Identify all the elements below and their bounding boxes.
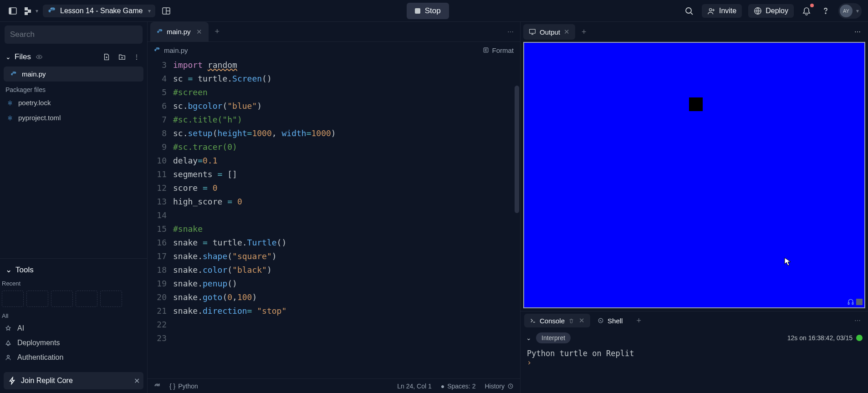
status-language[interactable]: { } Python <box>169 383 198 390</box>
tools-header[interactable]: ⌄ Tools <box>0 258 147 278</box>
add-tab-button[interactable]: + <box>630 316 648 326</box>
project-selector[interactable]: Lesson 14 - Snake Game ▾ <box>43 5 155 17</box>
interpret-chip[interactable]: Interpret <box>536 332 571 343</box>
svg-point-11 <box>709 8 711 10</box>
mouse-cursor <box>784 257 791 266</box>
files-header: ⌄ Files ⋮ <box>0 47 147 66</box>
chevron-down-icon[interactable]: ⌄ <box>526 334 531 342</box>
tab-main-py[interactable]: main.py ✕ <box>150 22 209 41</box>
chevron-down-icon[interactable]: ⌄ <box>5 53 11 61</box>
output-canvas[interactable] <box>523 42 865 308</box>
help-icon[interactable] <box>819 5 832 17</box>
replit-logo[interactable]: ▾ <box>24 6 38 15</box>
close-tab-icon[interactable]: ✕ <box>579 316 585 325</box>
close-icon[interactable]: ✕ <box>134 377 140 385</box>
monitor-icon <box>529 28 536 36</box>
snake-turtle <box>689 97 703 111</box>
chevron-down-icon: ⌄ <box>5 265 12 275</box>
code-editor[interactable]: 34567891011121314151617181920212223 impo… <box>148 58 520 378</box>
console-more-icon[interactable]: ⋯ <box>854 317 861 324</box>
breadcrumb-file[interactable]: main.py <box>164 46 188 54</box>
more-icon[interactable]: ⋮ <box>132 52 142 61</box>
add-tab-button[interactable]: + <box>209 27 226 36</box>
format-button[interactable]: Format <box>483 46 514 54</box>
refresh-icon[interactable] <box>154 383 160 389</box>
python-file-icon <box>157 29 163 35</box>
project-name: Lesson 14 - Snake Game <box>60 7 143 15</box>
svg-rect-1 <box>9 8 11 14</box>
lightning-icon <box>8 377 16 385</box>
svg-point-5 <box>51 8 51 9</box>
svg-line-10 <box>691 13 693 15</box>
right-pane: Output ✕ + ⋯ Console <box>520 22 868 393</box>
sidebar-toggle-icon[interactable] <box>6 5 19 17</box>
search-input[interactable]: Search <box>5 26 143 44</box>
clear-console-icon[interactable] <box>568 318 574 324</box>
python-file-icon <box>10 71 17 77</box>
svg-rect-32 <box>848 303 849 305</box>
tool-deployments[interactable]: Deployments <box>0 336 147 350</box>
status-bar: { } Python Ln 24, Col 1 ● Spaces: 2 Hist… <box>148 378 520 393</box>
invite-button[interactable]: Invite <box>702 4 742 18</box>
scrollbar[interactable] <box>515 86 519 213</box>
add-tab-button[interactable]: + <box>575 27 593 37</box>
recent-slot[interactable] <box>76 291 97 307</box>
svg-point-22 <box>9 117 11 118</box>
line-gutter: 34567891011121314151617181920212223 <box>148 58 173 378</box>
file-main-py[interactable]: main.py <box>4 66 143 82</box>
status-spaces[interactable]: ● Spaces: 2 <box>441 383 476 390</box>
recent-slot[interactable] <box>51 291 73 307</box>
resize-handle[interactable] <box>856 299 863 305</box>
python-file-icon <box>154 47 160 53</box>
tab-console[interactable]: Console ✕ <box>524 314 590 327</box>
topbar: ▾ Lesson 14 - Snake Game ▾ Stop Invite D <box>0 0 868 22</box>
recent-slot[interactable] <box>26 291 48 307</box>
file-item[interactable]: pyproject.toml <box>0 110 147 125</box>
tab-shell[interactable]: Shell <box>592 314 628 327</box>
console-output[interactable]: Python turtle on Replit › <box>521 346 868 370</box>
format-icon <box>483 47 489 53</box>
svg-rect-4 <box>25 12 28 15</box>
new-folder-icon[interactable] <box>116 52 128 62</box>
breadcrumb-row: main.py Format <box>148 42 520 58</box>
search-icon[interactable] <box>683 5 695 17</box>
python-icon <box>47 6 56 15</box>
file-item[interactable]: poetry.lock <box>0 95 147 110</box>
workspace-icon[interactable] <box>160 5 173 17</box>
recent-label: Recent <box>0 278 147 289</box>
editor-pane: main.py ✕ + ⋯ main.py Format 34567891011… <box>148 22 520 393</box>
deploy-button[interactable]: Deploy <box>748 4 794 18</box>
output-corner-controls <box>847 298 863 306</box>
svg-rect-33 <box>852 303 853 305</box>
stop-button[interactable]: Stop <box>407 3 449 19</box>
output-more-icon[interactable]: ⋯ <box>854 28 861 36</box>
editor-tabs: main.py ✕ + ⋯ <box>148 22 520 42</box>
svg-point-15 <box>825 13 826 14</box>
svg-point-9 <box>686 8 691 13</box>
tab-output[interactable]: Output ✕ <box>523 24 575 40</box>
output-tabs: Output ✕ + ⋯ <box>521 22 868 42</box>
new-file-icon[interactable] <box>101 52 112 62</box>
console-tabs: Console ✕ Shell + ⋯ <box>521 311 868 330</box>
tool-authentication[interactable]: Authentication <box>0 350 147 365</box>
status-cursor[interactable]: Ln 24, Col 1 <box>397 383 432 390</box>
editor-more-icon[interactable]: ⋯ <box>507 28 514 36</box>
sidebar: Search ⌄ Files ⋮ main.py Packager files … <box>0 22 148 393</box>
recent-slot[interactable] <box>2 291 24 307</box>
status-running-dot <box>856 335 863 341</box>
svg-point-21 <box>9 102 11 103</box>
status-history[interactable]: History <box>485 383 514 390</box>
code-content[interactable]: import randomsc = turtle.Screen()#screen… <box>173 58 520 378</box>
svg-rect-3 <box>28 10 31 13</box>
notifications-icon[interactable] <box>800 5 813 17</box>
headphones-icon[interactable] <box>847 298 854 306</box>
run-status: 12s on 16:38:42, 03/15 <box>787 334 863 342</box>
tool-ai[interactable]: AI <box>0 321 147 336</box>
close-tab-icon[interactable]: ✕ <box>196 28 202 36</box>
close-tab-icon[interactable]: ✕ <box>564 28 570 36</box>
join-replit-core[interactable]: Join Replit Core ✕ <box>4 372 143 389</box>
recent-slot[interactable] <box>100 291 122 307</box>
visibility-icon[interactable] <box>36 53 43 61</box>
terminal-icon <box>530 317 536 324</box>
user-menu[interactable]: AY ▾ <box>838 3 862 19</box>
